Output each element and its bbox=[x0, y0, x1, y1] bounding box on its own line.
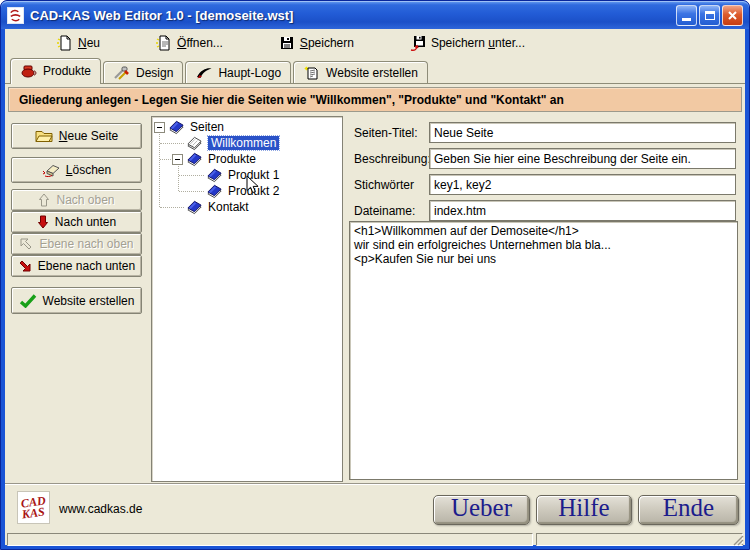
tab-haupt-logo[interactable]: Haupt-Logo bbox=[185, 61, 291, 83]
move-up-button: Nach oben bbox=[11, 189, 142, 211]
products-icon bbox=[20, 64, 38, 78]
open-button[interactable]: Öffnen... bbox=[156, 35, 223, 51]
design-icon bbox=[113, 66, 131, 80]
tab-label: Design bbox=[136, 66, 173, 80]
description-input[interactable] bbox=[429, 148, 736, 169]
cadkas-logo: CAD KAS bbox=[17, 491, 50, 524]
folder-icon bbox=[35, 129, 53, 143]
button-label: Nach oben bbox=[56, 193, 114, 207]
new-document-icon bbox=[57, 35, 73, 51]
button-label: Neue Seite bbox=[59, 129, 118, 143]
level-down-icon bbox=[18, 259, 32, 273]
tree-item-produkte[interactable]: Produkte bbox=[152, 151, 342, 167]
button-label: Neu bbox=[78, 36, 100, 50]
toolbar: Neu Öffnen... Speichern bbox=[5, 29, 745, 57]
close-icon bbox=[727, 10, 738, 21]
logo-pen-icon bbox=[195, 66, 213, 80]
maximize-icon bbox=[705, 11, 715, 20]
minimize-icon bbox=[682, 18, 691, 21]
app-icon bbox=[7, 7, 24, 24]
tab-produkte[interactable]: Produkte bbox=[10, 58, 101, 84]
maximize-button[interactable] bbox=[699, 5, 720, 26]
button-label: Ebene nach unten bbox=[38, 259, 135, 273]
check-icon bbox=[19, 294, 37, 308]
status-panel-left bbox=[7, 533, 533, 546]
tab-label: Produkte bbox=[43, 64, 91, 78]
status-panel-right bbox=[536, 533, 743, 546]
open-document-icon bbox=[156, 35, 172, 51]
about-button[interactable]: Ueber bbox=[433, 495, 530, 525]
page-tree[interactable]: Seiten Willkommen Produkte bbox=[151, 116, 343, 482]
tab-bar: Produkte Design Haupt-Logo bbox=[5, 57, 745, 84]
book-icon bbox=[206, 184, 223, 199]
level-down-button[interactable]: Ebene nach unten bbox=[11, 255, 142, 277]
move-down-button[interactable]: Nach unten bbox=[11, 211, 142, 233]
button-label: Speichern unter... bbox=[431, 36, 525, 50]
tab-design[interactable]: Design bbox=[103, 61, 183, 83]
arrow-up-icon bbox=[38, 193, 50, 207]
arrow-down-icon bbox=[37, 215, 49, 229]
collapse-icon[interactable] bbox=[154, 122, 165, 133]
titlebar[interactable]: CAD-KAS Web Editor 1.0 - [demoseite.wst] bbox=[1, 1, 749, 29]
button-label: Speichern bbox=[300, 36, 354, 50]
button-label: Ebene nach oben bbox=[39, 237, 133, 251]
book-icon bbox=[168, 120, 185, 135]
page-title-label: Seiten-Titel: bbox=[354, 126, 418, 140]
minimize-button[interactable] bbox=[676, 5, 697, 26]
website-url: www.cadkas.de bbox=[59, 502, 142, 516]
open-book-icon bbox=[186, 136, 203, 151]
save-as-button[interactable]: Speichern unter... bbox=[410, 35, 525, 51]
tree-item-willkommen[interactable]: Willkommen bbox=[152, 135, 342, 151]
mouse-cursor-icon bbox=[246, 175, 259, 195]
button-label: Löschen bbox=[66, 163, 111, 177]
client-area: Neu Öffnen... Speichern bbox=[5, 29, 745, 545]
level-up-button: Ebene nach oben bbox=[11, 233, 142, 255]
tab-website-erstellen[interactable]: Website erstellen bbox=[293, 61, 428, 83]
filename-label: Dateiname: bbox=[354, 204, 415, 218]
description-label: Beschreibung: bbox=[354, 152, 431, 166]
button-label: Website erstellen bbox=[43, 294, 135, 308]
keywords-label: Stichwörter bbox=[354, 178, 414, 192]
build-website-button[interactable]: Website erstellen bbox=[11, 287, 142, 314]
book-icon bbox=[186, 200, 203, 215]
collapse-icon[interactable] bbox=[172, 154, 183, 165]
level-up-icon bbox=[19, 237, 33, 251]
resize-grip[interactable] bbox=[732, 534, 744, 546]
tab-label: Website erstellen bbox=[326, 66, 418, 80]
book-icon bbox=[206, 168, 223, 183]
website-icon bbox=[303, 66, 321, 80]
save-button[interactable]: Speichern bbox=[279, 35, 354, 51]
divider bbox=[5, 483, 745, 485]
exit-button[interactable]: Ende bbox=[638, 495, 739, 525]
delete-button[interactable]: Löschen bbox=[11, 157, 142, 183]
window-title: CAD-KAS Web Editor 1.0 - [demoseite.wst] bbox=[30, 8, 293, 23]
tree-item-kontakt[interactable]: Kontakt bbox=[152, 199, 342, 215]
tab-label: Haupt-Logo bbox=[218, 66, 281, 80]
new-page-button[interactable]: Neue Seite bbox=[11, 123, 142, 149]
button-label: Nach unten bbox=[55, 215, 116, 229]
filename-input[interactable] bbox=[429, 200, 736, 221]
book-icon bbox=[186, 152, 203, 167]
tree-item-seiten[interactable]: Seiten bbox=[152, 119, 342, 135]
new-button[interactable]: Neu bbox=[57, 35, 100, 51]
close-button[interactable] bbox=[722, 5, 743, 26]
help-button[interactable]: Hilfe bbox=[536, 495, 632, 525]
page-content-textarea[interactable]: <h1>Willkommen auf der Demoseite</h1> wi… bbox=[349, 221, 738, 480]
instruction-banner: Gliederung anlegen - Legen Sie hier die … bbox=[8, 87, 742, 112]
delete-icon bbox=[42, 163, 60, 177]
save-icon bbox=[279, 35, 295, 51]
button-label: Öffnen... bbox=[177, 36, 223, 50]
page-title-input[interactable] bbox=[429, 122, 736, 143]
keywords-input[interactable] bbox=[429, 174, 736, 195]
app-window: CAD-KAS Web Editor 1.0 - [demoseite.wst]… bbox=[0, 0, 750, 550]
save-as-icon bbox=[410, 35, 426, 51]
